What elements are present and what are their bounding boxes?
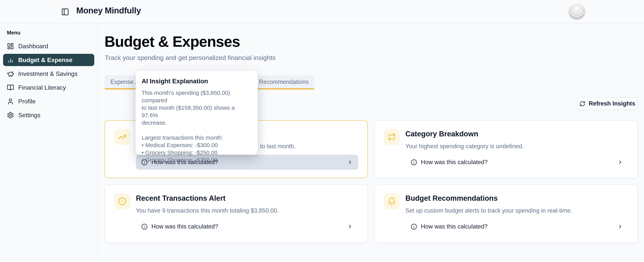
- sidebar-item-label: Financial Literacy: [18, 84, 66, 91]
- how-calculated-button[interactable]: How was this calculated?: [136, 219, 358, 234]
- sidebar-item-financial-literacy[interactable]: Financial Literacy: [0, 81, 97, 94]
- sidebar-item-label: Settings: [18, 112, 40, 119]
- card-title: Category Breakdown: [406, 130, 478, 138]
- card-category-breakdown: Category Breakdown Your highest spending…: [374, 120, 638, 178]
- sidebar-menu-label: Menu: [7, 30, 97, 36]
- refresh-insights-button[interactable]: Refresh Insights: [577, 97, 638, 110]
- popover-body: This month's spending ($3,850.00) compar…: [142, 89, 252, 164]
- user-icon: [7, 98, 14, 105]
- app-title: Money Mindfully: [76, 6, 141, 15]
- bell-icon: [388, 197, 396, 206]
- piggy-bank-icon: [7, 70, 14, 77]
- sidebar-item-profile[interactable]: Profile: [0, 94, 97, 108]
- bar-chart-icon: [7, 56, 14, 64]
- how-calculated-button[interactable]: How was this calculated?: [406, 155, 628, 170]
- info-icon: [141, 224, 148, 230]
- card-title: Budget Recommendations: [406, 194, 498, 203]
- page-title: Budget & Expenses: [104, 33, 240, 50]
- chevron-right-icon: [617, 224, 623, 230]
- sidebar-item-dashboard[interactable]: Dashboard: [0, 39, 97, 53]
- sidebar-toggle-button[interactable]: [60, 7, 70, 16]
- app-header: Money Mindfully: [0, 0, 644, 23]
- alert-circle-icon: [118, 197, 126, 206]
- dashboard-icon: [7, 43, 14, 50]
- info-icon: [411, 224, 417, 230]
- chevron-right-icon: [617, 159, 623, 165]
- popover-title: AI Insight Explanation: [142, 78, 252, 85]
- how-calculated-button[interactable]: How was this calculated?: [406, 219, 628, 234]
- card-title: Recent Transactions Alert: [136, 194, 226, 203]
- sidebar: Menu Dashboard Budget & Expense Investme…: [0, 24, 98, 262]
- card-body-text: Set up custom budget alerts to track you…: [406, 207, 572, 214]
- card-body-text: to last month.: [260, 143, 296, 150]
- chevron-right-icon: [347, 159, 353, 165]
- refresh-insights-label: Refresh Insights: [589, 100, 636, 107]
- info-icon: [411, 159, 417, 166]
- card-recent-transactions-alert: Recent Transactions Alert You have 9 tra…: [105, 185, 368, 243]
- how-calculated-label: How was this calculated?: [421, 223, 488, 230]
- sidebar-item-settings[interactable]: Settings: [0, 108, 97, 122]
- how-calculated-label: How was this calculated?: [152, 223, 218, 230]
- card-body-text: You have 9 transactions this month total…: [136, 207, 279, 214]
- sidebar-item-label: Dashboard: [18, 43, 48, 50]
- sidebar-item-label: Budget & Expense: [18, 56, 72, 64]
- page-subtitle: Track your spending and get personalized…: [105, 54, 276, 61]
- chevron-right-icon: [347, 224, 353, 230]
- ai-insight-popover: AI Insight Explanation This month's spen…: [136, 71, 258, 155]
- gear-icon: [7, 112, 14, 119]
- sidebar-item-investment-savings[interactable]: Investment & Savings: [0, 67, 97, 81]
- trending-up-icon: [118, 133, 126, 141]
- panel-left-icon: [61, 8, 69, 16]
- sidebar-item-label: Investment & Savings: [18, 70, 78, 77]
- refresh-icon: [580, 101, 585, 107]
- repeat-icon: [388, 133, 396, 141]
- how-calculated-label: How was this calculated?: [421, 159, 488, 166]
- sidebar-item-label: Profile: [18, 98, 36, 105]
- user-avatar[interactable]: [568, 3, 585, 20]
- card-body-text: Your highest spending category is undefi…: [406, 143, 524, 150]
- card-budget-recommendations: Budget Recommendations Set up custom bud…: [374, 185, 638, 243]
- book-open-icon: [7, 84, 14, 91]
- sidebar-item-budget-expense[interactable]: Budget & Expense: [3, 54, 94, 66]
